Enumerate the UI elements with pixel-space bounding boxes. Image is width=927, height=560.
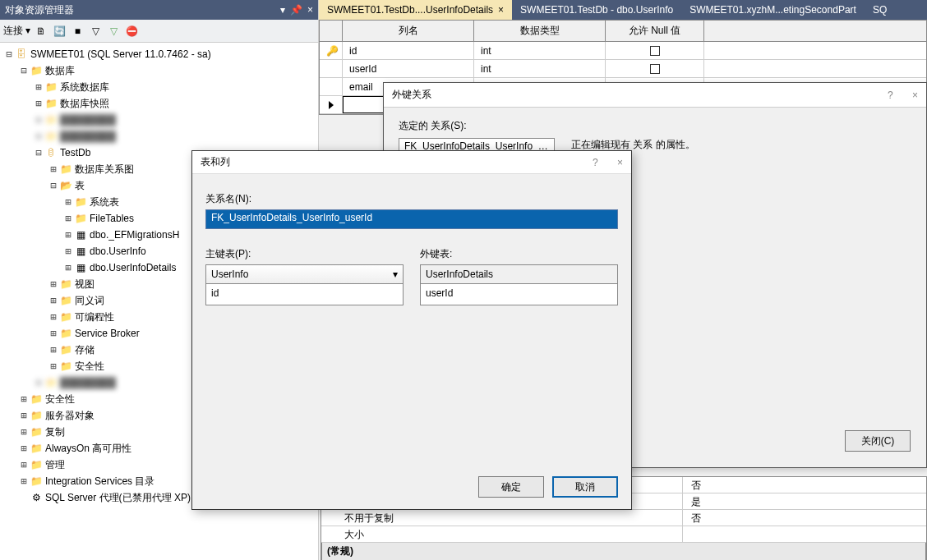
tree-toggle[interactable]: ⊞ <box>62 259 74 276</box>
tree-toggle[interactable]: ⊞ <box>48 161 59 177</box>
node-management[interactable]: 管理 <box>45 457 65 473</box>
fk-table-display: UserInfoDetails <box>420 264 618 284</box>
pk-table-select[interactable]: UserInfo ▾ <box>205 264 404 284</box>
tree-root[interactable]: SWMEET01 (SQL Server 11.0.7462 - sa) <box>30 46 211 62</box>
server-icon: 🗄 <box>15 48 28 61</box>
tree-toggle[interactable]: ⊞ <box>62 210 74 227</box>
new-query-icon[interactable]: 🗎 <box>34 24 48 39</box>
pk-column-cell[interactable]: id <box>205 284 404 305</box>
node-programmability[interactable]: 可编程性 <box>75 309 114 325</box>
tree-toggle[interactable]: ⊞ <box>62 194 74 210</box>
folder-icon: 📁 <box>30 425 43 438</box>
relation-name-input[interactable]: FK_UserInfoDetails_UserInfo_userId <box>205 209 618 229</box>
folder-icon: 📁 <box>59 278 72 291</box>
node-security-db[interactable]: 安全性 <box>75 358 104 374</box>
tree-toggle[interactable]: ⊟ <box>18 62 30 79</box>
close-icon[interactable]: × <box>617 157 623 168</box>
tree-toggle[interactable]: ⊞ <box>48 342 59 358</box>
tree-toggle[interactable]: ⊞ <box>18 440 30 457</box>
node-serverobjects[interactable]: 服务器对象 <box>45 407 95 424</box>
node-views[interactable]: 视图 <box>75 276 95 292</box>
col-null-header: 允许 Null 值 <box>606 21 704 41</box>
node-systables[interactable]: 系统表 <box>90 194 119 210</box>
cancel-button[interactable]: 取消 <box>552 476 618 498</box>
table-icon: ▦ <box>74 228 87 241</box>
connect-button[interactable]: 连接 ▾ <box>3 24 30 38</box>
folder-icon: 📁 <box>44 97 58 110</box>
filter-icon[interactable]: ▽ <box>88 24 103 39</box>
tree-toggle[interactable]: ⊞ <box>48 309 59 325</box>
folder-icon: 📁 <box>30 458 43 471</box>
node-agent[interactable]: SQL Server 代理(已禁用代理 XP) <box>45 489 191 506</box>
tree-toggle[interactable]: ⊞ <box>18 473 30 489</box>
tree-toggle[interactable]: ⊟ <box>3 46 15 62</box>
tree-toggle[interactable]: ⊞ <box>33 95 44 112</box>
node-sysdb[interactable]: 系统数据库 <box>60 79 109 95</box>
node-tables[interactable]: 表 <box>75 177 85 194</box>
tree-toggle[interactable]: ⊞ <box>18 424 30 440</box>
tree-toggle[interactable]: ⊞ <box>62 243 74 259</box>
col-name-header: 列名 <box>343 21 474 41</box>
disconnect-icon[interactable]: ⛔ <box>124 24 139 39</box>
node-synonyms[interactable]: 同义词 <box>75 292 104 309</box>
tables-columns-dialog: 表和列 ? × 关系名(N): FK_UserInfoDetails_UserI… <box>191 150 632 510</box>
tree-toggle[interactable] <box>18 489 30 506</box>
tree-toggle[interactable]: ⊟ <box>33 145 44 161</box>
tab-meeting[interactable]: SWMEET01.xyzhM...etingSecondPart <box>681 0 865 20</box>
tab-userinfodetails[interactable]: SWMEET01.TestDb....UserInfoDetails× <box>319 0 512 20</box>
null-checkbox[interactable] <box>650 64 660 74</box>
table-row[interactable]: userId int <box>320 60 926 78</box>
node-userinfodetails[interactable]: dbo.UserInfoDetails <box>90 259 176 276</box>
node-dbsnap[interactable]: 数据库快照 <box>60 95 109 112</box>
stop-icon[interactable]: ■ <box>70 24 85 39</box>
folder-icon: 📁 <box>59 327 72 340</box>
node-security[interactable]: 安全性 <box>45 391 75 407</box>
help-icon[interactable]: ? <box>888 90 893 101</box>
filter2-icon[interactable]: ▽ <box>106 24 121 39</box>
node-storage[interactable]: 存储 <box>75 342 95 358</box>
pk-table-label: 主键表(P): <box>205 247 404 261</box>
tab-close-icon[interactable]: × <box>498 4 504 16</box>
tab-userinfo[interactable]: SWMEET01.TestDb - dbo.UserInfo <box>512 0 681 20</box>
database-icon: 🛢 <box>44 146 58 159</box>
pin-icon[interactable]: 📌 <box>290 0 302 20</box>
tab-overflow[interactable]: SQ <box>865 0 895 20</box>
tree-toggle[interactable]: ⊞ <box>48 358 59 374</box>
fk-close-button[interactable]: 关闭(C) <box>845 430 911 452</box>
relation-name-label: 关系名(N): <box>205 192 618 206</box>
node-replication[interactable]: 复制 <box>45 424 65 440</box>
close-icon[interactable]: × <box>307 0 313 20</box>
row-selector-header <box>320 21 343 41</box>
tree-toggle[interactable]: ⊞ <box>18 407 30 424</box>
refresh-icon[interactable]: 🔄 <box>52 24 67 39</box>
tree-toggle[interactable]: ⊞ <box>18 391 30 407</box>
tree-toggle[interactable]: ⊞ <box>48 325 59 342</box>
tree-toggle[interactable]: ⊞ <box>33 79 44 95</box>
ok-button[interactable]: 确定 <box>478 476 544 498</box>
node-testdb[interactable]: TestDb <box>60 145 90 161</box>
node-mig[interactable]: dbo._EFMigrationsH <box>90 227 179 243</box>
node-servicebroker[interactable]: Service Broker <box>75 325 140 342</box>
tree-toggle[interactable]: ⊞ <box>18 457 30 473</box>
table-icon: ▦ <box>74 261 87 274</box>
fk-column-cell[interactable]: userId <box>420 284 618 305</box>
node-alwayson[interactable]: AlwaysOn 高可用性 <box>45 440 131 457</box>
node-filetables[interactable]: FileTables <box>90 210 134 227</box>
tree-toggle[interactable]: ⊟ <box>48 177 59 194</box>
dropdown-icon[interactable]: ▾ <box>280 0 285 20</box>
table-row[interactable]: 🔑 id int <box>320 42 926 60</box>
node-databases[interactable]: 数据库 <box>45 62 75 79</box>
tree-toggle[interactable]: ⊞ <box>62 227 74 243</box>
table-icon: ▦ <box>74 245 87 258</box>
help-icon[interactable]: ? <box>593 157 598 168</box>
tree-toggle[interactable]: ⊞ <box>48 276 59 292</box>
close-icon[interactable]: × <box>912 90 918 101</box>
node-iscatalog[interactable]: Integration Services 目录 <box>45 473 154 489</box>
node-dbdiagram[interactable]: 数据库关系图 <box>75 161 134 177</box>
folder-icon: 📁 <box>59 163 72 176</box>
tree-toggle[interactable]: ⊞ <box>48 292 59 309</box>
folder-icon: 📁 <box>30 475 43 488</box>
node-userinfo[interactable]: dbo.UserInfo <box>90 243 146 259</box>
folder-icon: 📁 <box>30 392 43 406</box>
null-checkbox[interactable] <box>650 46 660 56</box>
